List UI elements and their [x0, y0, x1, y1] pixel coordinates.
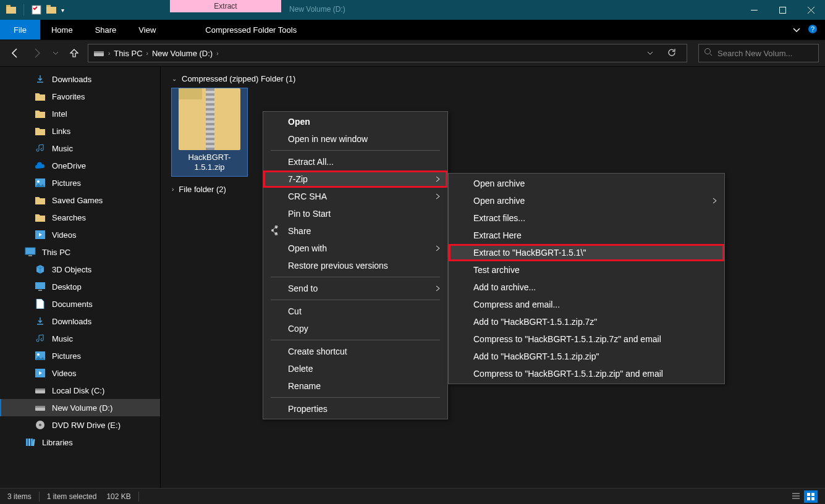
compressed-folder-tools-tab[interactable]: Compressed Folder Tools	[194, 20, 308, 40]
menu-item-cut[interactable]: Cut	[263, 303, 447, 320]
sidebar-item-3d-objects[interactable]: 3D Objects	[0, 261, 160, 278]
breadcrumb[interactable]: › This PC › New Volume (D:) ›	[88, 44, 687, 62]
expand-caret-icon[interactable]: ›	[172, 186, 174, 193]
sidebar-item-downloads[interactable]: Downloads	[0, 313, 160, 330]
minimize-button[interactable]	[740, 0, 768, 20]
properties-icon[interactable]	[32, 5, 41, 15]
search-input[interactable]	[717, 49, 813, 58]
address-dropdown-icon[interactable]	[642, 49, 658, 58]
menu-item-restore-previous-versions[interactable]: Restore previous versions	[263, 257, 447, 274]
sidebar-item-links[interactable]: Links	[0, 122, 160, 140]
up-button[interactable]	[66, 44, 83, 62]
home-tab[interactable]: Home	[40, 20, 84, 40]
refresh-icon[interactable]	[662, 48, 682, 59]
separator	[39, 492, 40, 502]
sidebar-item-libraries[interactable]: Libraries	[0, 434, 160, 451]
recent-locations-button[interactable]	[51, 44, 61, 62]
menu-item-open-archive[interactable]: Open archive	[449, 192, 724, 209]
menu-item-extract-to-hackbgrt-1-5-1[interactable]: Extract to "HackBGRT-1.5.1\"	[449, 244, 724, 261]
menu-item-open-with[interactable]: Open with	[263, 240, 447, 257]
menu-item-pin-to-start[interactable]: Pin to Start	[263, 205, 447, 222]
sidebar-item-onedrive[interactable]: OneDrive	[0, 157, 160, 174]
menu-item-add-to-hackbgrt-1-5-1-zip-zip[interactable]: Add to "HackBGRT-1.5.1.zip.zip"	[449, 348, 724, 365]
sidebar-item-intel[interactable]: Intel	[0, 105, 160, 122]
menu-item-open-archive[interactable]: Open archive	[449, 175, 724, 192]
sidebar-item-videos[interactable]: Videos	[0, 226, 160, 243]
sidebar-item-pictures[interactable]: Pictures	[0, 174, 160, 191]
group-label: Compressed (zipped) Folder (1)	[182, 74, 295, 83]
close-button[interactable]	[797, 0, 825, 20]
menu-item-open-in-new-window[interactable]: Open in new window	[263, 130, 447, 148]
help-icon[interactable]: ?	[808, 24, 818, 36]
sidebar-item-music[interactable]: Music	[0, 140, 160, 157]
chevron-right-icon[interactable]: ›	[216, 50, 218, 57]
sidebar-item-documents[interactable]: Documents	[0, 295, 160, 313]
sidebar-item-pictures[interactable]: Pictures	[0, 347, 160, 364]
desktop-icon	[35, 281, 46, 292]
group-header-zipped[interactable]: ⌄ Compressed (zipped) Folder (1)	[172, 74, 814, 83]
menu-item-share[interactable]: Share	[263, 222, 447, 240]
sidebar-item-this-pc[interactable]: This PC	[0, 243, 160, 261]
sidebar-item-dvd-rw-drive-e-[interactable]: DVD RW Drive (E:)	[0, 416, 160, 434]
menu-item-test-archive[interactable]: Test archive	[449, 261, 724, 279]
menu-item-7-zip[interactable]: 7-Zip	[263, 170, 447, 188]
context-menu: OpenOpen in new windowExtract All...7-Zi…	[263, 111, 448, 419]
folder-icon	[35, 195, 46, 206]
icons-view-button[interactable]	[804, 490, 818, 503]
new-folder-icon[interactable]	[46, 5, 56, 15]
file-tab[interactable]: File	[0, 20, 40, 40]
menu-item-extract-all[interactable]: Extract All...	[263, 153, 447, 170]
collapse-caret-icon[interactable]: ⌄	[172, 75, 177, 82]
sidebar-item-downloads[interactable]: Downloads	[0, 70, 160, 88]
sidebar-item-saved-games[interactable]: Saved Games	[0, 191, 160, 209]
menu-item-compress-and-email[interactable]: Compress and email...	[449, 296, 724, 313]
context-submenu-7zip: Open archiveOpen archiveExtract files...…	[448, 173, 725, 384]
chevron-right-icon[interactable]: ›	[146, 50, 148, 57]
sidebar-item-label: Searches	[52, 213, 86, 222]
breadcrumb-volume[interactable]: New Volume (D:)	[152, 49, 213, 58]
menu-item-extract-files[interactable]: Extract files...	[449, 209, 724, 227]
sidebar-item-searches[interactable]: Searches	[0, 209, 160, 226]
details-view-button[interactable]	[789, 490, 803, 503]
menu-item-compress-to-hackbgrt-1-5-1-zip-7z-and-email[interactable]: Compress to "HackBGRT-1.5.1.zip.7z" and …	[449, 330, 724, 348]
chevron-right-icon[interactable]: ›	[108, 50, 110, 57]
sidebar-item-videos[interactable]: Videos	[0, 364, 160, 382]
back-button[interactable]	[6, 44, 23, 62]
menu-item-create-shortcut[interactable]: Create shortcut	[263, 343, 447, 360]
menu-item-open[interactable]: Open	[263, 113, 447, 130]
sidebar-item-label: Desktop	[52, 282, 82, 292]
sidebar-item-label: Favorites	[52, 92, 85, 101]
sidebar-item-favorites[interactable]: Favorites	[0, 88, 160, 105]
sidebar-item-music[interactable]: Music	[0, 330, 160, 347]
menu-item-delete[interactable]: Delete	[263, 360, 447, 377]
sidebar-item-new-volume-d-[interactable]: New Volume (D:)	[0, 399, 160, 416]
menu-item-label: Open archive	[473, 178, 525, 188]
extract-contextual-tab[interactable]: Extract	[170, 0, 281, 12]
sidebar-item-local-disk-c-[interactable]: Local Disk (C:)	[0, 382, 160, 399]
downloads-icon	[35, 316, 46, 327]
menu-item-send-to[interactable]: Send to	[263, 280, 447, 297]
menu-item-add-to-hackbgrt-1-5-1-zip-7z[interactable]: Add to "HackBGRT-1.5.1.zip.7z"	[449, 313, 724, 330]
maximize-button[interactable]	[768, 0, 797, 20]
forward-button[interactable]	[28, 44, 46, 62]
menu-item-extract-here[interactable]: Extract Here	[449, 227, 724, 244]
view-tab[interactable]: View	[127, 20, 167, 40]
file-item-zip[interactable]: HackBGRT-1.5.1.zip	[172, 88, 247, 176]
menu-item-add-to-archive[interactable]: Add to archive...	[449, 279, 724, 296]
sidebar-item-desktop[interactable]: Desktop	[0, 278, 160, 295]
menu-item-crc-sha[interactable]: CRC SHA	[263, 188, 447, 205]
share-tab[interactable]: Share	[84, 20, 128, 40]
expand-ribbon-icon[interactable]	[793, 26, 800, 33]
menu-item-copy[interactable]: Copy	[263, 320, 447, 337]
svg-rect-5	[779, 7, 785, 13]
menu-item-label: Add to "HackBGRT-1.5.1.zip.zip"	[473, 351, 599, 361]
search-box[interactable]	[698, 44, 819, 62]
qat-chevron-icon[interactable]: ▾	[61, 7, 64, 14]
sidebar-item-label: New Volume (D:)	[52, 403, 112, 413]
menu-item-label: Rename	[288, 381, 321, 391]
menu-item-rename[interactable]: Rename	[263, 377, 447, 395]
menu-item-compress-to-hackbgrt-1-5-1-zip-zip-and-email[interactable]: Compress to "HackBGRT-1.5.1.zip.zip" and…	[449, 365, 724, 382]
breadcrumb-this-pc[interactable]: This PC	[114, 49, 142, 58]
menu-item-properties[interactable]: Properties	[263, 400, 447, 418]
navigation-pane[interactable]: DownloadsFavoritesIntelLinksMusicOneDriv…	[0, 67, 161, 488]
